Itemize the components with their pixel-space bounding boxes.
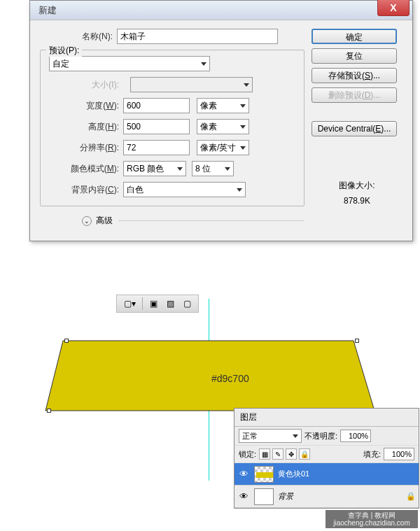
path-intersect-icon[interactable]: ▢ [179, 297, 195, 310]
dialog-titlebar[interactable]: 新建 X [30, 1, 412, 20]
layer-item[interactable]: 👁 背景 🔒 [234, 486, 419, 502]
resolution-unit-select[interactable]: 像素/英寸 [197, 140, 249, 155]
opacity-label: 不透明度: [304, 431, 337, 441]
resolution-label: 分辨率(R): [46, 142, 123, 154]
preset-label: 预设(P): [46, 45, 82, 57]
layers-tab[interactable]: 图层 [234, 409, 419, 427]
device-central-button[interactable]: Device Central(E)... [312, 121, 397, 136]
chevron-down-icon [244, 83, 249, 87]
width-label: 宽度(W): [46, 100, 123, 112]
colormode-label: 颜色模式(M): [46, 163, 123, 175]
lock-pixels-icon[interactable]: ✎ [272, 448, 284, 460]
bgcontent-label: 背景内容(C): [46, 184, 123, 196]
fill-input[interactable]: 100% [384, 448, 414, 460]
visibility-eye-icon[interactable]: 👁 [237, 490, 250, 502]
colormode-select[interactable]: RGB 颜色 [123, 161, 186, 176]
name-label: 名称(N): [40, 31, 117, 43]
size-select [130, 77, 253, 92]
size-label: 大小(I): [46, 79, 123, 91]
lock-all-icon[interactable]: 🔒 [299, 448, 310, 460]
lock-label: 锁定: [239, 449, 256, 460]
resolution-input[interactable] [123, 140, 190, 155]
anchor-handle[interactable] [47, 409, 51, 413]
reset-button[interactable]: 复位 [312, 48, 397, 64]
path-combine-icon[interactable]: ▣ [146, 297, 161, 310]
close-button[interactable]: X [377, 0, 410, 16]
chevron-down-icon [177, 167, 183, 171]
chevron-down-icon [293, 434, 298, 438]
chevron-down-icon [240, 104, 246, 108]
layers-panel: 图层 正常 不透明度: 100% 锁定: ▦ ✎ ✥ 🔒 填充: 100% 👁 … [234, 408, 419, 502]
chevron-down-icon [201, 62, 206, 66]
anchor-handle[interactable] [355, 339, 359, 343]
image-size-value: 878.9K [312, 194, 402, 209]
advanced-toggle[interactable]: ⌄ [82, 216, 92, 226]
width-unit-select[interactable]: 像素 [197, 98, 249, 113]
layer-thumbnail[interactable] [254, 466, 274, 483]
bgcontent-select[interactable]: 白色 [123, 182, 246, 197]
visibility-eye-icon[interactable]: 👁 [237, 468, 250, 481]
divider [118, 220, 304, 221]
lock-transparency-icon[interactable]: ▦ [259, 448, 270, 460]
shape-mode-button[interactable]: ▢▾ [120, 297, 139, 310]
layer-item[interactable]: 👁 黄色块01 [234, 463, 419, 486]
svg-marker-0 [46, 341, 374, 411]
chevron-down-icon [237, 188, 242, 192]
blend-mode-select[interactable]: 正常 [239, 429, 302, 443]
fill-label: 填充: [363, 449, 381, 460]
name-input[interactable] [117, 29, 278, 44]
hex-color-label: #d9c700 [211, 373, 249, 384]
lock-position-icon[interactable]: ✥ [286, 448, 297, 460]
save-preset-button[interactable]: 存储预设(S)... [312, 68, 397, 83]
preset-select[interactable]: 自定 [49, 56, 210, 71]
height-input[interactable] [123, 119, 190, 134]
height-label: 高度(H): [46, 121, 123, 133]
dialog-title: 新建 [38, 4, 57, 17]
ok-button[interactable]: 确定 [312, 29, 397, 44]
shape-tool-options: ▢▾ ▣ ▨ ▢ [116, 295, 199, 313]
width-input[interactable] [123, 98, 190, 113]
chevron-down-icon [240, 146, 246, 150]
new-document-dialog: 新建 X 名称(N): 预设(P): 自定 大小(I): [29, 0, 413, 241]
layer-name[interactable]: 背景 [278, 491, 406, 502]
chevron-down-icon [240, 125, 246, 129]
delete-preset-button: 删除预设(D)... [312, 87, 397, 103]
height-unit-select[interactable]: 像素 [197, 119, 249, 134]
advanced-label: 高级 [96, 215, 113, 227]
layer-name[interactable]: 黄色块01 [278, 469, 416, 479]
bitdepth-select[interactable]: 8 位 [192, 161, 234, 176]
path-subtract-icon[interactable]: ▨ [162, 297, 178, 310]
lock-icon: 🔒 [406, 492, 416, 501]
layer-thumbnail[interactable] [254, 488, 274, 502]
opacity-input[interactable]: 100% [340, 430, 371, 442]
trapezoid-shape[interactable] [42, 320, 378, 418]
anchor-handle[interactable] [64, 339, 69, 343]
image-size-label: 图像大小: [312, 178, 402, 194]
chevron-down-icon [225, 167, 230, 171]
